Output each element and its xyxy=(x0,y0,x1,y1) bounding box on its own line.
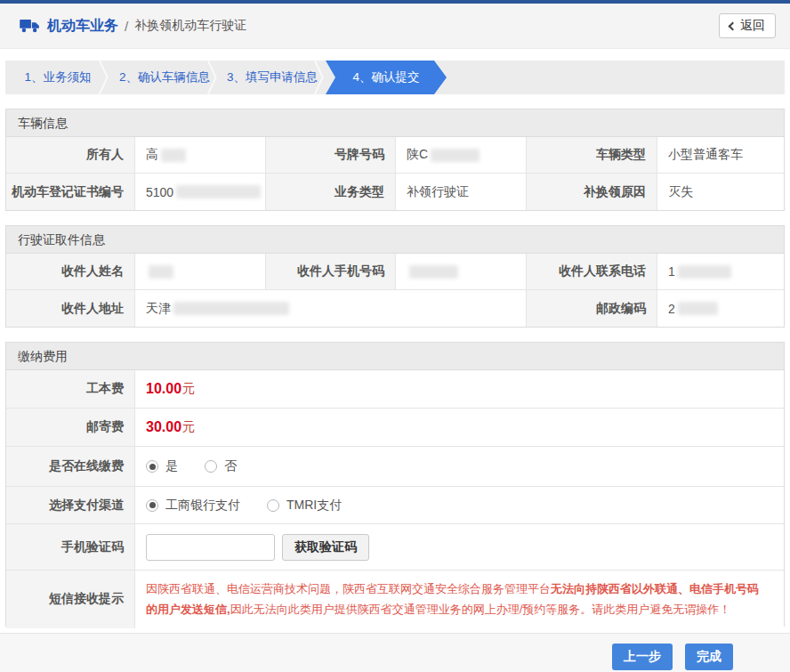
plate-label: 号牌号码 xyxy=(266,137,396,173)
step-tab-1-label: 1、业务须知 xyxy=(24,69,91,85)
production-fee-amount: 10.00 xyxy=(146,381,181,397)
online-payment-label: 是否在线缴费 xyxy=(6,447,135,486)
recipient-phone-value: 1 xyxy=(657,254,784,289)
radio-selected-icon[interactable] xyxy=(146,460,158,473)
payment-channel-label: 选择支付渠道 xyxy=(6,487,135,523)
table-row: 机动车登记证书编号 5100 业务类型 补领行驶证 补换领原因 灭失 xyxy=(6,174,784,210)
step-separator xyxy=(98,77,108,95)
table-row: 所有人 高 号牌号码 陕C 车辆类型 小型普通客车 xyxy=(6,137,784,174)
recipient-name-value xyxy=(135,254,266,289)
previous-step-button[interactable]: 上一步 xyxy=(612,644,673,670)
table-row: 工本费 10.00 元 xyxy=(6,370,784,409)
recipient-mobile-value xyxy=(396,254,527,289)
redacted-value xyxy=(161,149,186,162)
recipient-address-value: 天津 xyxy=(135,290,527,327)
redacted-value xyxy=(149,265,173,279)
step-tab-3-label: 3、填写申请信息 xyxy=(227,69,318,85)
payment-channel-options: 工商银行支付 TMRI支付 xyxy=(135,487,784,523)
redacted-value xyxy=(409,265,458,279)
radio-unselected-icon[interactable] xyxy=(267,499,279,512)
notice-text-part1: 因陕西省联通、电信运营商技术问题，陕西省互联网交通安全综合服务管理平台 xyxy=(146,582,551,595)
business-type-label: 业务类型 xyxy=(266,174,396,210)
replace-reason-value: 灭失 xyxy=(657,174,784,210)
postage-fee-label: 邮寄费 xyxy=(6,409,135,446)
chevron-left-icon xyxy=(729,22,738,31)
table-row: 是否在线缴费 是 否 xyxy=(6,447,784,487)
production-fee-value: 10.00 元 xyxy=(135,370,784,408)
postage-fee-amount: 30.00 xyxy=(146,419,181,435)
recipient-phone-label: 收件人联系电话 xyxy=(527,254,657,289)
online-payment-option-yes[interactable]: 是 xyxy=(146,458,178,474)
pickup-info-title: 行驶证取件信息 xyxy=(6,226,784,254)
plate-value: 陕C xyxy=(396,137,527,173)
sms-code-label: 手机验证码 xyxy=(6,524,135,570)
step-tab-4-active[interactable]: 4、确认提交 xyxy=(326,61,447,94)
step-progress-bar: 1、业务须知 2、确认车辆信息 3、填写申请信息 4、确认提交 xyxy=(5,61,785,94)
table-row: 选择支付渠道 工商银行支付 TMRI支付 xyxy=(6,487,784,524)
option-label: 是 xyxy=(165,458,178,474)
table-row: 短信接收提示 因陕西省联通、电信运营商技术问题，陕西省互联网交通安全综合服务管理… xyxy=(6,571,784,626)
redacted-value xyxy=(678,265,731,279)
step-tab-1[interactable]: 1、业务须知 xyxy=(5,61,110,94)
step-tab-4-label: 4、确认提交 xyxy=(352,69,419,85)
notice-text-part3: 因此无法向此类用户提供陕西省交通管理业务的网上办理/预约等服务。请此类用户避免无… xyxy=(230,603,731,616)
recipient-address-label: 收件人地址 xyxy=(6,290,135,327)
sms-notice-text: 因陕西省联通、电信运营商技术问题，陕西省互联网交通安全综合服务管理平台无法向持陕… xyxy=(135,571,784,628)
breadcrumb-separator: / xyxy=(125,19,128,34)
business-type-value: 补领行驶证 xyxy=(396,174,527,210)
sms-code-field-row: 获取验证码 xyxy=(135,524,784,570)
vehicle-type-value: 小型普通客车 xyxy=(657,137,784,173)
option-label: 否 xyxy=(224,458,237,474)
replace-reason-label: 补换领原因 xyxy=(527,174,657,210)
postage-fee-unit: 元 xyxy=(182,419,195,435)
zip-code-label: 邮政编码 xyxy=(527,290,657,327)
sms-code-input[interactable] xyxy=(146,534,275,561)
step-separator xyxy=(98,60,108,77)
radio-unselected-icon[interactable] xyxy=(205,460,217,473)
online-payment-options: 是 否 xyxy=(135,447,784,486)
step-tab-2[interactable]: 2、确认车辆信息 xyxy=(110,61,219,94)
redacted-value xyxy=(173,302,289,315)
breadcrumb-subtitle: 补换领机动车行驶证 xyxy=(134,18,246,34)
redacted-value xyxy=(678,302,718,315)
production-fee-unit: 元 xyxy=(182,381,195,397)
zip-code-value: 2 xyxy=(657,290,784,327)
truck-icon xyxy=(20,19,40,33)
radio-selected-icon[interactable] xyxy=(146,499,158,512)
online-payment-option-no[interactable]: 否 xyxy=(205,458,237,474)
vehicle-type-label: 车辆类型 xyxy=(527,137,657,173)
get-sms-code-button[interactable]: 获取验证码 xyxy=(282,534,369,561)
finish-button[interactable]: 完成 xyxy=(685,644,733,670)
vehicle-info-section: 车辆信息 所有人 高 号牌号码 陕C 车辆类型 小型普通客车 机动车登记证书编号… xyxy=(5,109,785,211)
fees-section: 缴纳费用 工本费 10.00 元 邮寄费 30.00 元 是否在线缴费 是 否 … xyxy=(5,342,785,627)
fees-title: 缴纳费用 xyxy=(6,343,784,370)
owner-value: 高 xyxy=(135,137,266,173)
back-button[interactable]: 返回 xyxy=(719,13,776,38)
payment-channel-option-tmri[interactable]: TMRI支付 xyxy=(267,498,342,514)
footer-action-bar: 上一步 完成 xyxy=(0,633,790,672)
cert-number-label: 机动车登记证书编号 xyxy=(6,174,135,210)
payment-channel-option-icbc[interactable]: 工商银行支付 xyxy=(146,498,240,514)
pickup-info-section: 行驶证取件信息 收件人姓名 收件人手机号码 收件人联系电话 1 收件人地址 天津… xyxy=(5,225,785,328)
redacted-value xyxy=(431,149,480,162)
table-row: 手机验证码 获取验证码 xyxy=(6,524,784,571)
option-label: TMRI支付 xyxy=(286,498,342,514)
back-button-label: 返回 xyxy=(740,18,765,34)
owner-label: 所有人 xyxy=(6,137,135,173)
production-fee-label: 工本费 xyxy=(6,370,135,408)
table-row: 收件人姓名 收件人手机号码 收件人联系电话 1 xyxy=(6,254,784,290)
cert-number-value: 5100 xyxy=(135,174,266,210)
step-tab-3[interactable]: 3、填写申请信息 xyxy=(219,61,326,94)
recipient-mobile-label: 收件人手机号码 xyxy=(266,254,396,289)
table-row: 收件人地址 天津 邮政编码 2 xyxy=(6,290,784,327)
vehicle-info-title: 车辆信息 xyxy=(6,109,784,137)
redacted-value xyxy=(176,185,261,198)
postage-fee-value: 30.00 元 xyxy=(135,409,784,446)
step-tab-2-label: 2、确认车辆信息 xyxy=(119,69,210,85)
page-title: 机动车业务 xyxy=(47,17,118,36)
table-row: 邮寄费 30.00 元 xyxy=(6,409,784,447)
sms-notice-label: 短信接收提示 xyxy=(6,571,135,628)
page-header: 机动车业务 / 补换领机动车行驶证 返回 xyxy=(0,4,790,49)
option-label: 工商银行支付 xyxy=(165,498,240,514)
recipient-name-label: 收件人姓名 xyxy=(6,254,135,289)
